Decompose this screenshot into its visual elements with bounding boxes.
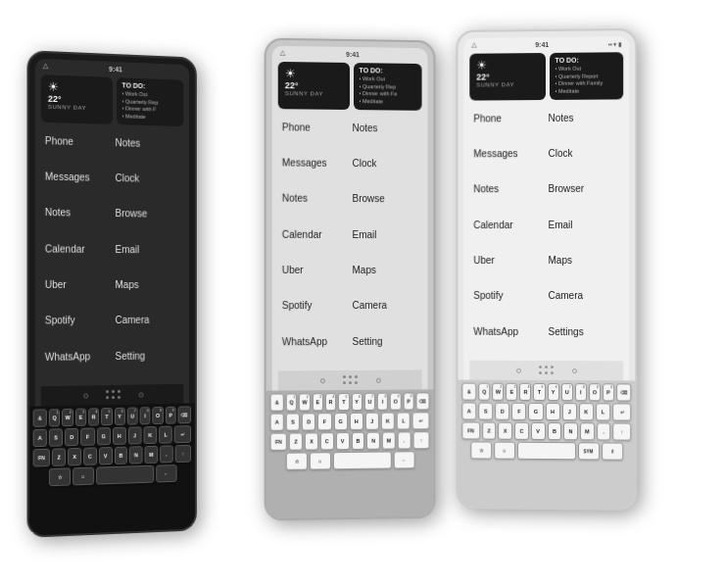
key-dot-3[interactable]: .	[597, 422, 611, 440]
key-h-3[interactable]: H	[546, 403, 560, 420]
key-q-2[interactable]: Q1	[286, 393, 297, 411]
app-calendar-2[interactable]: Calendar	[280, 223, 351, 260]
key-p-2[interactable]: P0	[403, 393, 413, 411]
app-browser-2[interactable]: Browse	[351, 188, 420, 224]
app-calendar-3[interactable]: Calendar	[471, 215, 546, 250]
key-amp-1[interactable]: &	[33, 409, 47, 427]
key-x-1[interactable]: X	[68, 448, 81, 466]
key-g-2[interactable]: G	[334, 413, 348, 430]
app-spotify-3[interactable]: Spotify	[471, 285, 546, 320]
key-v-3[interactable]: V	[531, 422, 546, 440]
app-spotify-2[interactable]: Spotify	[280, 295, 351, 331]
key-i-1[interactable]: I8	[140, 407, 151, 424]
key-j-1[interactable]: J	[128, 426, 142, 444]
key-d-3[interactable]: D	[495, 403, 509, 420]
key-d-1[interactable]: D	[65, 428, 78, 446]
key-k-3[interactable]: K	[579, 403, 594, 420]
key-w-1[interactable]: W2	[62, 409, 72, 426]
key-l-3[interactable]: L	[596, 403, 610, 420]
key-u-3[interactable]: U7	[561, 383, 573, 401]
key-v-1[interactable]: V	[99, 447, 113, 465]
key-k-1[interactable]: K	[143, 426, 157, 444]
key-a-3[interactable]: A	[461, 402, 476, 419]
key-q-3[interactable]: Q1	[478, 383, 490, 401]
key-a-1[interactable]: A	[33, 429, 47, 448]
key-k-2[interactable]: K	[381, 413, 395, 430]
key-z-2[interactable]: Z	[289, 432, 303, 450]
key-m-2[interactable]: M	[382, 432, 396, 450]
key-r-3[interactable]: R4	[519, 383, 531, 401]
key-smile-3[interactable]: ☺	[494, 442, 515, 460]
key-space-1[interactable]	[96, 466, 154, 485]
app-browser-3[interactable]: Browser	[547, 178, 622, 215]
key-back-1[interactable]: ←	[156, 465, 176, 483]
app-settings-1[interactable]: Setting	[114, 345, 182, 381]
key-del-2[interactable]: ⌫	[416, 392, 430, 410]
key-h-1[interactable]: H	[113, 427, 126, 445]
key-t-3[interactable]: T5	[533, 383, 545, 401]
key-space-2[interactable]	[333, 452, 392, 470]
app-maps-2[interactable]: Maps	[351, 260, 420, 295]
key-star-3[interactable]: ☆	[470, 441, 492, 459]
key-q-1[interactable]: Q1	[49, 409, 60, 426]
app-uber-2[interactable]: Uber	[280, 260, 351, 295]
app-maps-3[interactable]: Maps	[547, 250, 622, 285]
key-fn-3[interactable]: FN	[461, 421, 479, 439]
key-m-3[interactable]: M	[580, 422, 595, 440]
app-settings-3[interactable]: Settings	[547, 321, 622, 358]
app-notes2-1[interactable]: Notes	[43, 202, 114, 238]
key-r-1[interactable]: R4	[88, 408, 99, 425]
key-o-2[interactable]: O9	[390, 393, 401, 411]
key-fn-1[interactable]: FN	[33, 449, 51, 467]
key-p-3[interactable]: P0	[603, 383, 614, 401]
key-w-3[interactable]: W2	[492, 383, 504, 401]
app-notes-2[interactable]: Notes	[351, 118, 420, 154]
key-p-1[interactable]: P0	[166, 407, 176, 424]
key-f-3[interactable]: F	[511, 403, 526, 420]
key-g-1[interactable]: G	[97, 427, 111, 445]
key-sym-3[interactable]: SYM	[578, 442, 600, 460]
key-back-2[interactable]: ←	[393, 451, 414, 468]
key-enter-1[interactable]: ↵	[174, 425, 191, 443]
key-shift-3[interactable]: ↑	[613, 422, 632, 440]
app-email-2[interactable]: Email	[351, 224, 420, 260]
key-enter-2[interactable]: ↵	[412, 412, 430, 429]
app-uber-3[interactable]: Uber	[471, 250, 546, 285]
app-uber-1[interactable]: Uber	[43, 274, 114, 311]
key-dot-2[interactable]: .	[398, 431, 411, 449]
key-w-2[interactable]: W2	[299, 393, 310, 411]
app-clock-2[interactable]: Clock	[351, 153, 420, 189]
key-e-1[interactable]: E3	[75, 409, 86, 426]
key-amp-2[interactable]: &	[270, 394, 284, 412]
app-clock-1[interactable]: Clock	[114, 168, 182, 204]
key-x-2[interactable]: X	[305, 432, 318, 450]
app-notes-3[interactable]: Notes	[547, 107, 622, 143]
key-j-3[interactable]: J	[562, 403, 577, 420]
app-browser-1[interactable]: Browse	[114, 203, 182, 239]
app-phone-2[interactable]: Phone	[280, 117, 351, 153]
app-phone-3[interactable]: Phone	[471, 108, 546, 144]
key-e-2[interactable]: E3	[313, 393, 323, 411]
key-b-3[interactable]: B	[547, 422, 561, 440]
key-l-1[interactable]: L	[159, 426, 172, 444]
key-z-1[interactable]: Z	[52, 448, 66, 466]
key-v-2[interactable]: V	[336, 432, 350, 450]
key-j-2[interactable]: J	[365, 413, 379, 430]
app-spotify-1[interactable]: Spotify	[43, 310, 114, 346]
key-c-2[interactable]: C	[320, 432, 334, 450]
app-calendar-1[interactable]: Calendar	[43, 238, 114, 274]
key-d-2[interactable]: D	[302, 413, 315, 430]
key-s-3[interactable]: S	[478, 403, 493, 420]
key-fn-2[interactable]: FN	[270, 433, 287, 451]
key-n-2[interactable]: N	[366, 432, 380, 450]
key-space-3[interactable]	[517, 442, 576, 460]
key-smile-1[interactable]: ☺	[72, 467, 94, 486]
app-whatsapp-3[interactable]: WhatsApp	[471, 320, 546, 357]
app-notes2-2[interactable]: Notes	[280, 188, 351, 224]
key-f-2[interactable]: F	[317, 413, 331, 430]
key-y-3[interactable]: Y6	[547, 383, 558, 401]
key-g-3[interactable]: G	[528, 403, 543, 420]
key-h-2[interactable]: H	[350, 413, 363, 430]
key-y-1[interactable]: Y6	[114, 408, 124, 425]
app-maps-1[interactable]: Maps	[114, 274, 182, 310]
